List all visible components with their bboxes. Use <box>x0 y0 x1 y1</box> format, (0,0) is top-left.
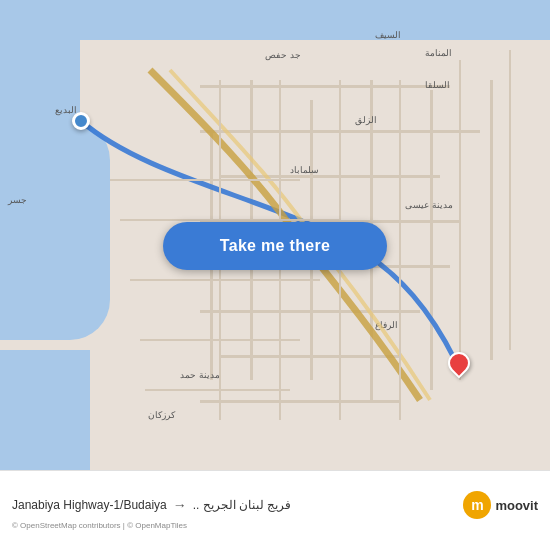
road <box>200 85 450 88</box>
map-label-riffa: الرفاع <box>375 320 398 330</box>
sea-top <box>0 0 550 40</box>
road <box>220 175 440 178</box>
map-label-jadhafss: جد حفص <box>265 50 301 60</box>
route-arrow-icon: → <box>173 497 187 513</box>
sea-bottom-left <box>0 350 90 470</box>
road <box>430 90 433 390</box>
road <box>200 400 400 403</box>
map-label-isatown: مدينة عيسى <box>405 200 453 210</box>
bottom-bar: Janabiya Highway-1/Budaiya → .. فريج لبن… <box>0 470 550 550</box>
road <box>200 130 480 133</box>
map-label-karzakan: كرزكان <box>148 410 175 420</box>
map-label-seef: السيف <box>375 30 401 40</box>
map-label-salqa: السلقا <box>425 80 450 90</box>
take-me-there-button[interactable]: Take me there <box>163 222 387 270</box>
map-label-albadee: البديع <box>55 105 77 115</box>
destination-marker[interactable] <box>448 352 470 380</box>
app-container: البديع جد حفص السيف المنامة السلقا الزلق… <box>0 0 550 550</box>
map-label-salmabad: سلماباد <box>290 165 319 175</box>
route-info-row: Janabiya Highway-1/Budaiya → .. فريج لبن… <box>12 491 538 519</box>
route-from-label: Janabiya Highway-1/Budaiya <box>12 498 167 512</box>
route-info: Janabiya Highway-1/Budaiya → .. فريج لبن… <box>12 497 463 513</box>
moovit-brand-name: moovit <box>495 498 538 513</box>
origin-marker[interactable] <box>72 112 90 130</box>
sea-left <box>0 120 110 340</box>
map-attribution: © OpenStreetMap contributors | © OpenMap… <box>12 521 538 530</box>
route-to-label: .. فريج لبنان الجريح <box>193 498 292 512</box>
map-view[interactable]: البديع جد حفص السيف المنامة السلقا الزلق… <box>0 0 550 470</box>
moovit-icon: m <box>463 491 491 519</box>
moovit-logo: m moovit <box>463 491 538 519</box>
button-label: Take me there <box>220 237 330 255</box>
road <box>490 80 493 360</box>
map-label-manama: المنامة <box>425 48 452 58</box>
map-label-bridge: جسر <box>8 195 27 205</box>
map-label-zalaq: الزلق <box>355 115 377 125</box>
map-label-hamdtown: مدينة حمد <box>180 370 220 380</box>
